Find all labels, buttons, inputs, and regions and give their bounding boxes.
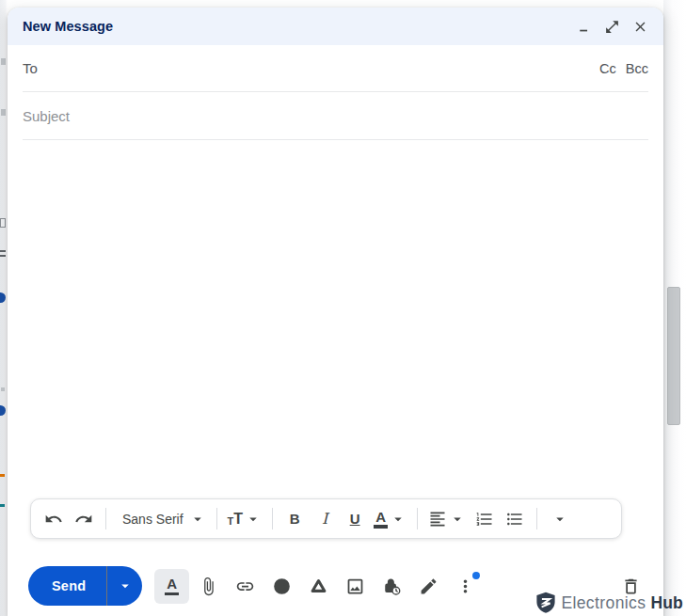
subject-input[interactable] xyxy=(23,108,648,124)
numbered-list-button[interactable] xyxy=(470,503,500,535)
bullet-list-button[interactable] xyxy=(500,503,530,535)
insert-emoji-button[interactable] xyxy=(264,569,299,604)
align-button[interactable] xyxy=(424,503,470,535)
attach-files-button[interactable] xyxy=(191,569,226,604)
confidential-lock-icon xyxy=(382,577,402,596)
toolbar-separator xyxy=(536,508,537,529)
page-scrollbar-thumb[interactable] xyxy=(667,287,680,425)
text-size-icon: TT xyxy=(228,512,244,527)
popout-button[interactable] xyxy=(601,16,622,37)
toolbar-separator xyxy=(272,508,273,529)
italic-icon: I xyxy=(322,510,327,528)
formatting-toolbar: Sans Serif TT B I U A xyxy=(30,498,622,539)
compose-titlebar: New Message xyxy=(8,8,663,45)
watermark-brand-light: Electronics xyxy=(561,593,646,613)
bcc-button[interactable]: Bcc xyxy=(626,61,648,76)
close-button[interactable] xyxy=(630,16,650,37)
signature-pen-icon xyxy=(419,577,439,596)
background-fragment xyxy=(0,292,6,303)
compose-window: New Message To Cc Bcc xyxy=(8,8,663,616)
subject-row[interactable] xyxy=(23,92,648,140)
text-size-button[interactable]: TT xyxy=(224,503,266,535)
shield-logo-icon xyxy=(535,592,556,614)
bold-icon: B xyxy=(290,511,300,527)
minimize-button[interactable] xyxy=(573,16,594,37)
underline-icon: U xyxy=(350,511,360,527)
confidential-mode-button[interactable] xyxy=(375,569,409,604)
background-fragment xyxy=(1,387,5,391)
formatting-icon: A xyxy=(165,577,179,595)
underline-button[interactable]: U xyxy=(340,503,370,535)
message-body[interactable] xyxy=(8,140,663,616)
watermark: Electronics Hub xyxy=(535,592,683,614)
insert-photo-button[interactable] xyxy=(338,569,373,604)
send-split-button: Send xyxy=(28,566,142,606)
numbered-list-icon xyxy=(475,510,494,529)
background-fragment xyxy=(0,218,6,228)
send-button[interactable]: Send xyxy=(28,566,106,606)
background-fragment xyxy=(0,504,5,507)
background-fragment xyxy=(0,250,6,252)
align-left-icon xyxy=(428,510,447,529)
insert-link-button[interactable] xyxy=(228,569,263,604)
send-dropdown-icon xyxy=(117,577,134,594)
chevron-down-icon xyxy=(390,511,407,528)
background-fragment xyxy=(1,58,6,65)
cc-bcc-group: Cc Bcc xyxy=(599,61,648,76)
redo-icon xyxy=(74,510,93,529)
popout-icon xyxy=(604,19,620,35)
text-color-icon: A xyxy=(374,510,388,529)
chevron-down-icon xyxy=(551,511,568,528)
notification-dot xyxy=(472,572,480,579)
to-label[interactable]: To xyxy=(23,60,38,76)
insert-signature-button[interactable] xyxy=(411,569,446,604)
toolbar-separator xyxy=(105,508,106,529)
redo-button[interactable] xyxy=(69,503,99,535)
bullet-list-icon xyxy=(505,510,524,529)
minimize-icon xyxy=(576,19,592,35)
send-options-button[interactable] xyxy=(107,566,142,606)
more-options-icon xyxy=(455,577,475,596)
emoji-icon xyxy=(272,577,292,596)
text-color-button[interactable]: A xyxy=(370,503,410,535)
background-page-left-strip xyxy=(0,0,8,616)
image-icon xyxy=(345,577,365,596)
undo-icon xyxy=(44,510,63,529)
undo-button[interactable] xyxy=(39,503,69,535)
to-input[interactable] xyxy=(38,60,599,76)
background-fragment xyxy=(0,474,5,477)
toolbar-separator xyxy=(417,508,418,529)
more-formatting-button[interactable] xyxy=(544,503,574,535)
font-family-label: Sans Serif xyxy=(117,512,187,527)
attach-icon xyxy=(199,577,218,596)
compose-title: New Message xyxy=(23,19,566,34)
more-options-button[interactable] xyxy=(448,569,483,604)
bold-button[interactable]: B xyxy=(279,503,310,535)
close-icon xyxy=(632,19,648,35)
background-fragment xyxy=(0,255,6,257)
gmail-compose-screenshot: New Message To Cc Bcc xyxy=(0,0,686,616)
link-icon xyxy=(235,577,255,596)
background-fragment xyxy=(1,109,6,116)
watermark-brand-bold: Hub xyxy=(650,593,683,613)
insert-from-drive-button[interactable] xyxy=(301,569,336,604)
chevron-down-icon xyxy=(449,511,466,528)
formatting-options-button[interactable]: A xyxy=(154,569,189,604)
recipients-row[interactable]: To Cc Bcc xyxy=(23,45,648,92)
italic-button[interactable]: I xyxy=(310,503,340,535)
toolbar-separator xyxy=(216,508,217,529)
cc-button[interactable]: Cc xyxy=(599,61,616,76)
background-page-right-strip xyxy=(663,0,686,616)
background-fragment xyxy=(0,405,6,416)
font-family-button[interactable]: Sans Serif xyxy=(113,503,210,535)
chevron-down-icon xyxy=(189,511,206,528)
drive-icon xyxy=(309,577,328,596)
chevron-down-icon xyxy=(245,511,262,528)
